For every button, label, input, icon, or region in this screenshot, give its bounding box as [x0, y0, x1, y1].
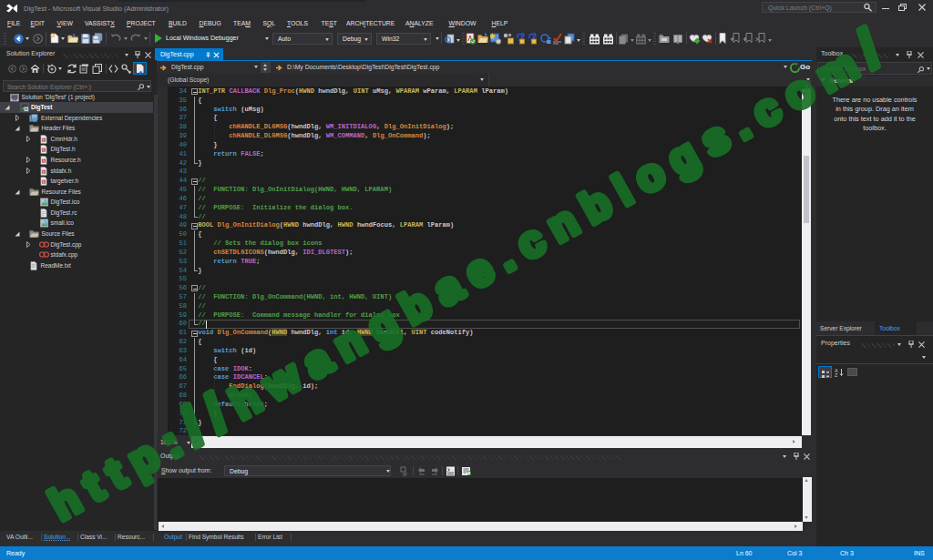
svg-text:http://hwangbae.cnblogs.com/: http://hwangbae.cnblogs.com/ [36, 13, 899, 532]
